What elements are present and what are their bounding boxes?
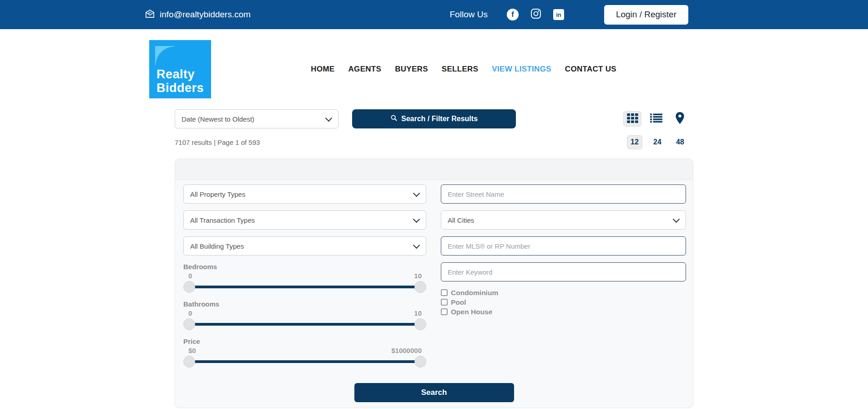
- cities-select[interactable]: All Cities: [441, 210, 686, 230]
- bathrooms-slider-handle-max[interactable]: [414, 318, 426, 330]
- map-view-toggle[interactable]: [671, 111, 689, 127]
- nav-sellers[interactable]: SELLERS: [442, 65, 479, 74]
- page-size-24[interactable]: 24: [650, 135, 665, 149]
- condominium-checkbox[interactable]: [441, 289, 448, 296]
- bedrooms-slider-group: Bedrooms 0 10: [183, 263, 426, 293]
- price-slider-group: Price $0 $1000000: [183, 337, 426, 368]
- search-button[interactable]: Search: [354, 383, 514, 402]
- instagram-icon[interactable]: [530, 8, 541, 21]
- grid-view-toggle[interactable]: [623, 111, 641, 127]
- filter-panel: All Property Types All Transaction Types…: [175, 158, 693, 408]
- mls-number-input[interactable]: [441, 236, 686, 256]
- bathrooms-slider: [183, 318, 426, 330]
- transaction-types-wrap: All Transaction Types: [183, 210, 426, 230]
- contact-email-link[interactable]: info@realtybidders.com: [145, 8, 251, 21]
- building-types-wrap: All Building Types: [183, 236, 426, 256]
- facebook-icon[interactable]: f: [507, 9, 519, 20]
- condominium-check-row: Condominium: [441, 288, 686, 297]
- site-header: Realty Bidders HOME AGENTS BUYERS SELLER…: [0, 29, 868, 109]
- price-min-value: $0: [188, 347, 196, 355]
- results-count-text: 7107 results | Page 1 of 593: [175, 138, 260, 146]
- topbar: info@realtybidders.com Follow Us f in Lo…: [0, 0, 868, 29]
- follow-us-label: Follow Us: [450, 10, 488, 20]
- nav-contact-us[interactable]: CONTACT US: [565, 65, 616, 74]
- open-house-checkbox[interactable]: [441, 308, 448, 315]
- bathrooms-label: Bathrooms: [183, 300, 426, 308]
- cities-wrap: All Cities: [441, 210, 686, 230]
- price-max-value: $1000000: [391, 347, 422, 355]
- pool-label: Pool: [451, 298, 466, 307]
- magnifier-icon: [390, 114, 398, 123]
- bathrooms-minmax: 0 10: [183, 309, 426, 317]
- envelope-open-icon: [145, 8, 155, 21]
- keyword-input[interactable]: [441, 262, 686, 281]
- bedrooms-min-value: 0: [188, 272, 192, 280]
- nav-home[interactable]: HOME: [311, 65, 334, 74]
- results-toolbar: Date (Newest to Oldest) Search / Filter …: [175, 109, 693, 128]
- list-icon: [650, 113, 662, 124]
- login-register-button[interactable]: Login / Register: [604, 5, 688, 25]
- property-types-select[interactable]: All Property Types: [183, 184, 426, 204]
- price-slider-handle-max[interactable]: [414, 356, 426, 368]
- price-minmax: $0 $1000000: [183, 347, 426, 355]
- pool-check-row: Pool: [441, 297, 686, 307]
- price-slider-handle-min[interactable]: [183, 356, 195, 368]
- main-nav: HOME AGENTS BUYERS SELLERS VIEW LISTINGS…: [311, 65, 616, 74]
- open-house-check-row: Open House: [441, 307, 686, 317]
- property-types-wrap: All Property Types: [183, 184, 426, 204]
- sort-select[interactable]: Date (Newest to Oldest): [175, 109, 338, 128]
- page-size-selector: 12 24 48: [627, 135, 693, 149]
- filter-panel-footer: Search: [175, 383, 693, 402]
- price-slider-track[interactable]: [185, 360, 425, 363]
- bedrooms-max-value: 10: [414, 272, 422, 280]
- results-summary-row: 7107 results | Page 1 of 593 12 24 48: [175, 135, 693, 149]
- bedrooms-slider-handle-max[interactable]: [414, 281, 426, 293]
- realty-bidders-logo[interactable]: Realty Bidders: [149, 40, 211, 98]
- topbar-right: Follow Us f in Login / Register: [450, 5, 688, 25]
- nav-agents[interactable]: AGENTS: [348, 65, 382, 74]
- page-size-48[interactable]: 48: [672, 135, 688, 149]
- bathrooms-slider-track[interactable]: [185, 323, 425, 326]
- view-toggles: [623, 111, 693, 127]
- filter-panel-header: [175, 159, 693, 180]
- sort-select-wrap: Date (Newest to Oldest): [175, 109, 338, 128]
- feature-checkboxes: Condominium Pool Open House: [441, 288, 686, 317]
- grid-icon: [627, 113, 638, 125]
- logo-corner-shape: [155, 46, 174, 65]
- building-types-select[interactable]: All Building Types: [183, 236, 426, 256]
- bedrooms-slider-track[interactable]: [185, 286, 425, 288]
- main-content: Date (Newest to Oldest) Search / Filter …: [175, 109, 693, 408]
- bedrooms-slider-handle-min[interactable]: [183, 281, 195, 293]
- filter-left-column: All Property Types All Transaction Types…: [183, 184, 426, 368]
- open-house-label: Open House: [451, 308, 492, 316]
- search-filter-results-button[interactable]: Search / Filter Results: [352, 109, 516, 128]
- map-pin-icon: [675, 112, 685, 126]
- linkedin-icon[interactable]: in: [553, 9, 564, 20]
- price-label: Price: [183, 337, 426, 346]
- nav-view-listings[interactable]: VIEW LISTINGS: [492, 65, 551, 74]
- price-slider: [183, 356, 426, 368]
- bedrooms-slider: [183, 281, 426, 293]
- bedrooms-label: Bedrooms: [183, 263, 426, 271]
- condominium-label: Condominium: [451, 289, 498, 297]
- bathrooms-max-value: 10: [414, 309, 422, 317]
- pool-checkbox[interactable]: [441, 299, 448, 306]
- nav-buyers[interactable]: BUYERS: [395, 65, 428, 74]
- street-name-input[interactable]: [441, 184, 686, 204]
- bathrooms-min-value: 0: [188, 309, 192, 317]
- social-links: f in: [507, 8, 564, 21]
- email-text: info@realtybidders.com: [160, 10, 251, 20]
- filter-right-column: All Cities Condominium Pool: [441, 184, 686, 368]
- bathrooms-slider-handle-min[interactable]: [183, 318, 195, 330]
- bedrooms-minmax: 0 10: [183, 272, 426, 280]
- list-view-toggle[interactable]: [647, 111, 665, 127]
- filter-button-label: Search / Filter Results: [401, 115, 478, 123]
- page-size-12[interactable]: 12: [627, 135, 642, 149]
- filter-panel-body: All Property Types All Transaction Types…: [175, 180, 693, 368]
- right-fields: All Cities: [441, 184, 686, 281]
- left-selects: All Property Types All Transaction Types…: [183, 184, 426, 256]
- bathrooms-slider-group: Bathrooms 0 10: [183, 300, 426, 330]
- transaction-types-select[interactable]: All Transaction Types: [183, 210, 426, 230]
- logo-text: Realty Bidders: [156, 67, 204, 95]
